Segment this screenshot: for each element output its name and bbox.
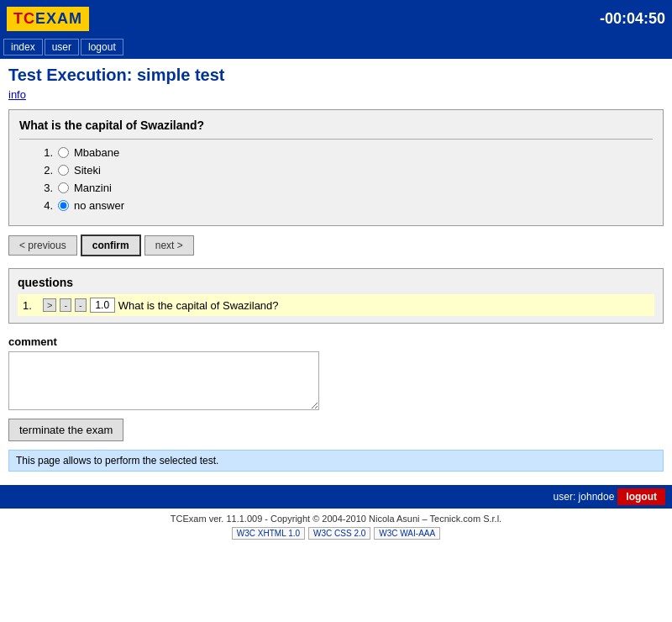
timer: -00:04:50 (600, 10, 665, 28)
previous-button[interactable]: < previous (8, 235, 77, 256)
answer-label-1: Mbabane (74, 146, 119, 159)
w3c-badge-wai: W3C WAI-AAA (374, 527, 440, 540)
answer-num: 3. (36, 182, 53, 194)
question-row-num: 1. (23, 299, 39, 312)
footer-copyright: TCExam ver. 11.1.009 - Copyright © 2004-… (0, 514, 672, 524)
footer: TCExam ver. 11.1.009 - Copyright © 2004-… (0, 509, 672, 545)
nav-user-button[interactable]: user (45, 39, 79, 55)
answer-label-2: Siteki (74, 164, 101, 177)
page-title: Test Execution: simple test (8, 66, 664, 85)
answer-radio-4[interactable] (58, 200, 69, 211)
comment-label: comment (8, 335, 664, 348)
user-label: user: johndoe (554, 491, 615, 503)
questions-label: questions (18, 276, 654, 289)
answer-list: 1. Mbabane 2. Siteki 3. Manzini 4. no an… (19, 146, 653, 212)
comment-textarea[interactable] (8, 351, 319, 410)
content: Test Execution: simple test info What is… (0, 59, 672, 478)
terminate-button[interactable]: terminate the exam (8, 419, 123, 441)
answer-radio-2[interactable] (58, 165, 69, 176)
confirm-button[interactable]: confirm (81, 235, 141, 256)
info-link[interactable]: info (8, 88, 26, 101)
w3c-badge-xhtml: W3C XHTML 1.0 (232, 527, 305, 540)
answer-num: 1. (36, 146, 53, 159)
answer-radio-3[interactable] (58, 182, 69, 193)
list-item: 3. Manzini (36, 182, 653, 194)
questions-section: questions 1. > - - 1.0 What is the capit… (8, 268, 664, 324)
answer-label-4: no answer (74, 199, 124, 212)
question-score: 1.0 (90, 298, 115, 313)
question-minus2-button[interactable]: - (75, 298, 87, 312)
question-minus1-button[interactable]: - (60, 298, 71, 312)
logo-exam: EXAM (35, 10, 82, 27)
question-box: What is the capital of Swaziland? 1. Mba… (8, 109, 664, 226)
navbar: index user logout (0, 37, 672, 59)
info-bar: This page allows to perform the selected… (8, 450, 664, 472)
w3c-badge-css: W3C CSS 2.0 (308, 527, 370, 540)
header: TCEXAM -00:04:50 (0, 0, 672, 37)
nav-index-button[interactable]: index (3, 39, 43, 55)
answer-radio-1[interactable] (58, 147, 69, 158)
nav-logout-button[interactable]: logout (81, 39, 123, 55)
w3c-badges: W3C XHTML 1.0 W3C CSS 2.0 W3C WAI-AAA (0, 527, 672, 540)
question-goto-button[interactable]: > (43, 298, 56, 312)
question-row: 1. > - - 1.0 What is the capital of Swaz… (18, 294, 654, 316)
bottom-bar: user: johndoe logout (0, 485, 672, 509)
logo: TCEXAM (7, 7, 89, 31)
list-item: 2. Siteki (36, 164, 653, 177)
logout-bottom-button[interactable]: logout (617, 488, 665, 505)
next-button[interactable]: next > (144, 235, 194, 256)
answer-num: 4. (36, 199, 53, 212)
question-row-text: What is the capital of Swaziland? (118, 299, 279, 312)
answer-label-3: Manzini (74, 182, 112, 194)
list-item: 1. Mbabane (36, 146, 653, 159)
answer-num: 2. (36, 164, 53, 177)
question-text: What is the capital of Swaziland? (19, 119, 653, 140)
list-item: 4. no answer (36, 199, 653, 212)
logo-tc: TC (13, 10, 35, 27)
nav-buttons: < previous confirm next > (8, 235, 664, 256)
